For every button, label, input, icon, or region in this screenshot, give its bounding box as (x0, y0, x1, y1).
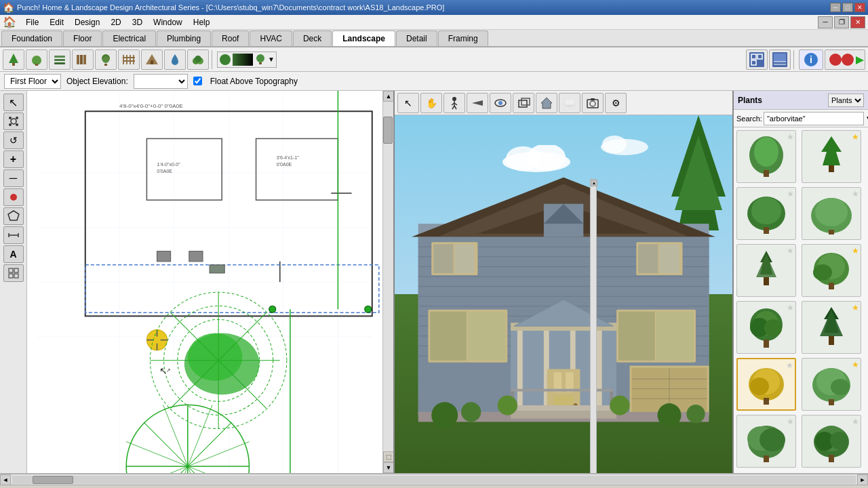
3d-scrollbar[interactable]: ▲ ▼ (590, 179, 597, 473)
3d-scroll-track[interactable] (591, 186, 596, 473)
plant-item-1[interactable]: ★ (736, 130, 796, 183)
text-tool-button[interactable]: A (3, 245, 24, 263)
plant-item-5[interactable]: ★ (736, 244, 796, 297)
elevation-dropdown[interactable] (134, 74, 188, 89)
app-minimize-button[interactable]: ─ (818, 16, 833, 28)
canvas-area[interactable]: 4'8-0"x4'0-0"+0-0" 0"0A0E 1'4-0"x0-0" 0'… (27, 91, 382, 473)
blueprint-view-button[interactable] (746, 49, 768, 70)
plant-item-7[interactable]: ★ (736, 301, 796, 354)
plant-item-2[interactable]: ★ (802, 130, 861, 183)
tab-electrical[interactable]: Electrical (102, 30, 156, 46)
layers-button[interactable] (49, 49, 71, 70)
app-close-button[interactable]: ✕ (850, 16, 865, 28)
tab-roof[interactable]: Roof (212, 30, 249, 46)
tab-framing[interactable]: Framing (438, 30, 488, 46)
plan-view-button[interactable] (769, 49, 791, 70)
3d-clouds-button[interactable] (559, 93, 580, 113)
tree2-button[interactable] (95, 49, 117, 70)
bush1-button[interactable] (26, 49, 47, 70)
close-button[interactable]: ✕ (854, 3, 865, 12)
3d-house-button[interactable] (536, 93, 557, 113)
3d-scroll-up[interactable]: ▲ (591, 180, 597, 186)
floor-dropdown[interactable]: First Floor (4, 74, 61, 89)
hscroll-track[interactable] (12, 476, 856, 484)
float-checkbox[interactable] (193, 77, 202, 85)
dropdown-arrow[interactable]: ▼ (268, 56, 275, 63)
menu-help[interactable]: Help (188, 16, 216, 28)
lumber-button[interactable] (72, 49, 94, 70)
search-dropdown-arrow[interactable]: ▼ (865, 115, 868, 122)
menu-3d[interactable]: 3D (127, 16, 148, 28)
scroll-thumb[interactable] (383, 117, 393, 144)
house3d-button[interactable] (825, 49, 865, 70)
3d-fly-button[interactable] (467, 93, 488, 113)
menu-design[interactable]: Design (69, 16, 105, 28)
info-button[interactable]: i (799, 49, 823, 70)
rotate-tool-button[interactable]: ↺ (3, 131, 24, 149)
menu-file[interactable]: File (20, 16, 44, 28)
bush2-button[interactable] (187, 49, 209, 70)
plant-item-11[interactable]: ★ (736, 415, 796, 468)
app-maximize-button[interactable]: ❐ (834, 16, 849, 28)
select-tool-button[interactable]: ↖ (3, 94, 24, 111)
tree1-button[interactable] (3, 49, 24, 70)
menu-window[interactable]: Window (148, 16, 188, 28)
menu-2d[interactable]: 2D (105, 16, 126, 28)
tab-plumbing[interactable]: Plumbing (157, 30, 211, 46)
minimize-button[interactable]: ─ (830, 3, 841, 12)
vertical-scrollbar[interactable]: ▲ ⬚ ▼ (382, 91, 393, 473)
menu-edit[interactable]: Edit (44, 16, 69, 28)
3d-walk-button[interactable] (443, 93, 465, 113)
scroll-up-button[interactable]: ▲ (383, 91, 394, 102)
plant-item-9[interactable]: ★ (736, 358, 796, 411)
fence-button[interactable] (118, 49, 140, 70)
scroll-track[interactable] (383, 102, 393, 451)
point-tool-button[interactable] (3, 188, 24, 206)
window-controls[interactable]: ─ □ ✕ (830, 3, 865, 12)
search-input[interactable] (764, 112, 864, 125)
svg-point-44 (16, 123, 18, 126)
3d-orbit-button[interactable] (490, 93, 511, 113)
plant-item-10[interactable]: ★ (802, 358, 861, 411)
scroll-corner[interactable]: ⬚ (383, 451, 394, 462)
plant-item-4[interactable]: ★ (802, 187, 861, 240)
horizontal-scrollbar[interactable]: ◄ ► (0, 474, 868, 485)
scroll-down-button[interactable]: ▼ (383, 462, 394, 473)
plant-category-dropdown[interactable]: Plants (828, 94, 864, 107)
3d-photo-button[interactable] (582, 93, 604, 113)
tab-detail[interactable]: Detail (396, 30, 437, 46)
plant-item-6[interactable]: ★ (802, 244, 861, 297)
menubar: 🏠 File Edit Design 2D 3D Window Help ─ ❐… (0, 15, 868, 30)
tab-floor[interactable]: Floor (63, 30, 102, 46)
3d-box-button[interactable] (513, 93, 534, 113)
water-button[interactable] (164, 49, 186, 70)
svg-rect-51 (14, 268, 18, 272)
color-selector[interactable]: ▼ (217, 52, 277, 68)
plant-item-12[interactable]: ★ (802, 415, 861, 468)
plant-item-3[interactable]: ★ (736, 187, 796, 240)
scroll-right-button[interactable]: ► (857, 474, 868, 485)
node-tool-button[interactable] (3, 113, 24, 130)
gate-button[interactable] (141, 49, 163, 70)
tab-landscape[interactable]: Landscape (332, 30, 395, 46)
plant-item-8[interactable]: ★ (802, 301, 861, 354)
tab-hvac[interactable]: HVAC (250, 30, 292, 46)
3d-hand-button[interactable]: ✋ (420, 93, 442, 113)
tabbar: Foundation Floor Electrical Plumbing Roo… (0, 30, 868, 47)
svg-rect-212 (764, 277, 769, 285)
tab-foundation[interactable]: Foundation (1, 30, 62, 46)
svg-rect-1 (12, 63, 15, 66)
3d-settings-button[interactable]: ⚙ (605, 93, 627, 113)
svg-rect-159 (638, 244, 658, 273)
3d-select-button[interactable]: ↖ (397, 93, 419, 113)
grid-view-button[interactable] (3, 264, 24, 282)
remove-tool-button[interactable]: ─ (3, 169, 24, 187)
polygon-tool-button[interactable] (3, 207, 24, 225)
maximize-button[interactable]: □ (842, 3, 853, 12)
hscroll-thumb[interactable] (33, 476, 73, 484)
add-tool-button[interactable]: + (3, 150, 24, 168)
measure-tool-button[interactable] (3, 226, 24, 244)
toolbar-sep1 (212, 50, 214, 69)
scroll-left-button[interactable]: ◄ (0, 474, 11, 485)
tab-deck[interactable]: Deck (293, 30, 332, 46)
